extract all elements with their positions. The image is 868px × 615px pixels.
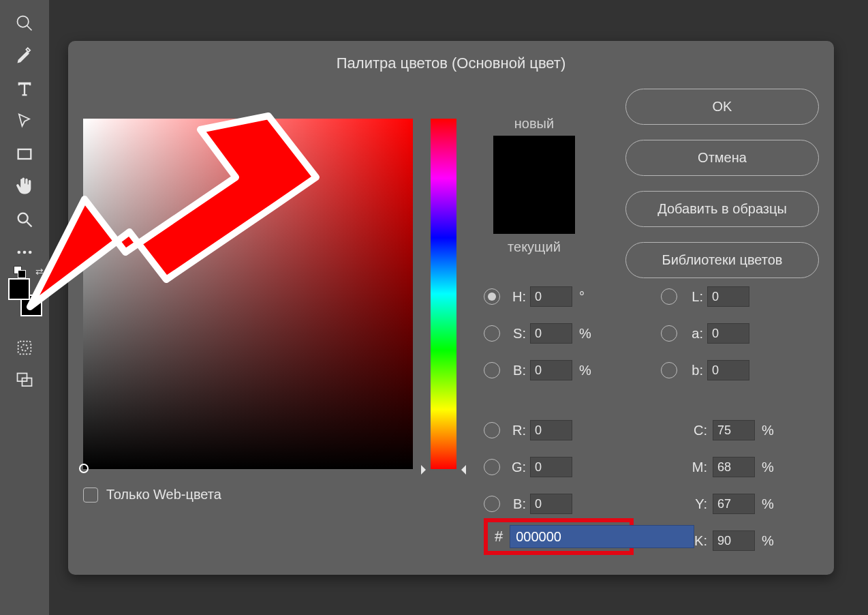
svg-point-9 — [21, 344, 27, 350]
C-label: C: — [684, 423, 707, 438]
current-color-label: текущий — [493, 239, 575, 255]
svg-point-0 — [18, 16, 29, 27]
new-color-swatch[interactable] — [493, 136, 575, 185]
hex-field-highlight: # — [484, 518, 634, 555]
hand-tool-icon[interactable] — [8, 170, 41, 203]
h-input[interactable] — [530, 286, 572, 307]
r-input[interactable] — [530, 420, 572, 440]
cancel-button[interactable]: Отмена — [625, 140, 819, 176]
new-color-label: новый — [493, 116, 575, 132]
g-input[interactable] — [530, 457, 572, 477]
a-radio[interactable] — [661, 325, 677, 342]
svg-line-4 — [27, 222, 32, 227]
magnifier-tool-icon[interactable] — [8, 203, 41, 236]
direct-select-tool-icon[interactable] — [8, 105, 41, 138]
hex-hash-label: # — [495, 528, 503, 545]
Y-input[interactable] — [713, 494, 755, 514]
b-rgb-radio[interactable] — [484, 496, 500, 512]
g-radio[interactable] — [484, 459, 500, 475]
dialog-title: Палитра цветов (Основной цвет) — [68, 55, 834, 72]
saturation-radio[interactable] — [484, 325, 500, 342]
current-color-swatch[interactable] — [493, 185, 575, 234]
K-unit: % — [762, 533, 775, 549]
L-label: L: — [684, 289, 703, 305]
color-field-marker — [79, 464, 89, 473]
type-tool-icon[interactable] — [8, 72, 41, 105]
add-swatch-button[interactable]: Добавить в образцы — [625, 191, 819, 227]
svg-point-3 — [18, 213, 28, 223]
h-unit: ° — [579, 289, 593, 305]
swap-colors-icon[interactable]: ⇄ — [35, 266, 44, 277]
b-hsb-input[interactable] — [530, 360, 572, 380]
foreground-color-swatch[interactable] — [8, 278, 30, 300]
h-label: H: — [507, 289, 526, 305]
color-field[interactable] — [83, 119, 413, 469]
a-label: a: — [684, 326, 703, 342]
hue-radio[interactable] — [484, 288, 500, 305]
g-label: G: — [507, 460, 526, 475]
dialog-buttons: OK Отмена Добавить в образцы Библиотеки … — [625, 89, 819, 278]
dialog-content: новый текущий OK Отмена Добавить в образ… — [68, 82, 834, 575]
L-radio[interactable] — [661, 288, 677, 305]
color-preview: новый текущий — [493, 116, 575, 255]
b-rgb-input[interactable] — [530, 494, 572, 514]
s-label: S: — [507, 326, 526, 342]
M-input[interactable] — [713, 457, 755, 477]
b-lab-input[interactable] — [707, 360, 749, 380]
default-colors-icon[interactable] — [12, 265, 26, 278]
brightness-radio[interactable] — [484, 362, 500, 378]
ok-button[interactable]: OK — [625, 89, 819, 125]
K-input[interactable] — [713, 530, 755, 551]
b-lab-label: b: — [684, 363, 703, 378]
zoom-tool-icon[interactable] — [8, 7, 41, 40]
r-radio[interactable] — [484, 422, 500, 438]
color-libraries-button[interactable]: Библиотеки цветов — [625, 242, 819, 278]
Y-unit: % — [762, 496, 775, 512]
quick-mask-icon[interactable] — [8, 331, 41, 364]
shape-rect-tool-icon[interactable] — [8, 138, 41, 170]
r-label: R: — [507, 423, 526, 438]
Y-label: Y: — [684, 496, 707, 512]
s-input[interactable] — [530, 323, 572, 344]
svg-line-1 — [27, 26, 32, 31]
C-unit: % — [762, 423, 775, 438]
M-unit: % — [762, 460, 775, 475]
svg-point-5 — [18, 251, 21, 254]
svg-point-7 — [29, 251, 32, 254]
tools-toolbar: ⇄ — [0, 0, 49, 615]
screen-mode-icon[interactable] — [8, 364, 41, 397]
svg-rect-8 — [18, 342, 31, 355]
L-input[interactable] — [707, 286, 749, 307]
b-hsb-label: B: — [507, 363, 526, 378]
web-only-row: Только Web-цвета — [83, 487, 221, 502]
C-input[interactable] — [713, 420, 755, 440]
hue-slider[interactable] — [431, 119, 456, 469]
svg-rect-2 — [18, 149, 31, 159]
b-rgb-label: B: — [507, 496, 526, 512]
svg-point-6 — [23, 251, 27, 254]
M-label: M: — [684, 460, 707, 475]
web-only-label: Только Web-цвета — [106, 487, 221, 502]
s-unit: % — [579, 326, 593, 342]
color-swatches[interactable]: ⇄ — [5, 278, 44, 316]
pen-tool-icon[interactable] — [8, 40, 41, 72]
hex-input[interactable] — [510, 525, 694, 548]
web-only-checkbox[interactable] — [83, 487, 98, 502]
color-picker-dialog: Палитра цветов (Основной цвет) новый тек… — [68, 41, 834, 575]
b-lab-radio[interactable] — [661, 362, 677, 378]
b-hsb-unit: % — [579, 363, 593, 378]
a-input[interactable] — [707, 323, 749, 344]
more-tools-icon[interactable] — [8, 236, 41, 269]
